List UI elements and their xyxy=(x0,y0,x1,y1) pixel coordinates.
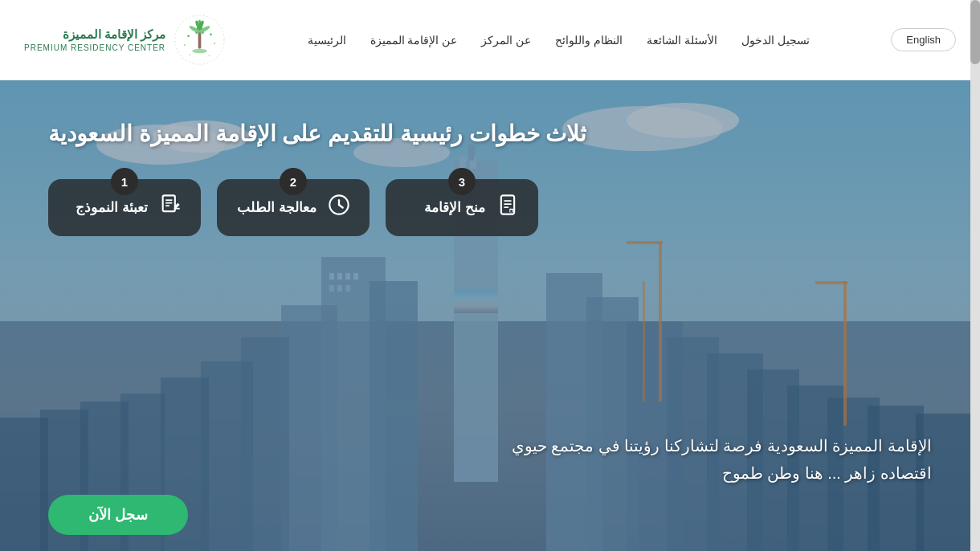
logo-english-name: PREMIUM RESIDENCY CENTER xyxy=(24,43,165,53)
svg-rect-61 xyxy=(504,203,511,205)
hero-subtitle: الإقامة المميزة السعودية فرصة لتشاركنا ر… xyxy=(512,432,932,487)
svg-point-12 xyxy=(189,54,190,55)
navbar-right: مركز الإقامة المميزة PREMIUM RESIDENCY C… xyxy=(24,14,226,66)
svg-rect-60 xyxy=(504,200,511,202)
process-request-icon xyxy=(328,194,350,222)
hero-section: ثلاث خطوات رئيسية للتقديم على الإقامة ال… xyxy=(0,80,980,551)
language-button[interactable]: English xyxy=(891,28,956,51)
navbar: English تسجيل الدخول الأسئلة الشائعة الن… xyxy=(0,0,980,80)
navbar-left: English xyxy=(891,28,956,51)
logo-arabic-name: مركز الإقامة المميزة xyxy=(24,27,165,43)
nav-item-faq[interactable]: الأسئلة الشائعة xyxy=(647,34,717,47)
nav-item-about-center[interactable]: عن المركز xyxy=(481,34,531,47)
residency-grant-icon xyxy=(496,194,519,222)
svg-point-11 xyxy=(214,43,215,44)
svg-point-8 xyxy=(187,35,190,37)
step-number-1: 1 xyxy=(111,168,138,195)
hero-title: ثلاث خطوات رئيسية للتقديم على الإقامة ال… xyxy=(48,120,586,147)
step-1-label: تعبئة النموذج xyxy=(76,199,148,216)
nav-item-login[interactable]: تسجيل الدخول xyxy=(741,34,810,47)
nav-item-home[interactable]: الرئيسية xyxy=(308,34,346,47)
svg-point-10 xyxy=(184,44,186,46)
step-3-label: منح الإقامة xyxy=(424,199,485,216)
step-2-label: معالجة الطلب xyxy=(237,199,316,216)
svg-rect-62 xyxy=(504,206,508,208)
step-number-3: 3 xyxy=(448,168,476,195)
step-card-1: 1 تعبئة النموذج xyxy=(48,179,201,236)
steps-row: 3 منح الإقامة 2 xyxy=(48,179,538,236)
svg-line-68 xyxy=(339,205,343,208)
svg-point-13 xyxy=(209,55,210,56)
step-number-2: 2 xyxy=(280,168,307,195)
step-card-2: 2 معالجة الطلب xyxy=(217,179,370,236)
register-button[interactable]: سجل الآن xyxy=(48,495,188,535)
svg-rect-6 xyxy=(198,32,202,48)
register-button-wrapper: سجل الآن xyxy=(48,495,188,535)
scrollbar[interactable] xyxy=(970,0,980,551)
hero-subtitle-line1: الإقامة المميزة السعودية فرصة لتشاركنا ر… xyxy=(512,432,932,459)
nav-links: تسجيل الدخول الأسئلة الشائعة النظام والل… xyxy=(308,33,810,47)
svg-point-9 xyxy=(210,34,212,36)
nav-item-regulations[interactable]: النظام واللوائح xyxy=(555,34,623,47)
step-card-3: 3 منح الإقامة xyxy=(386,179,538,236)
nav-item-about-residency[interactable]: عن الإقامة المميزة xyxy=(370,34,458,47)
svg-point-7 xyxy=(192,49,207,54)
hero-subtitle-line2: اقتصاده زاهر ... هنا وطن طموح xyxy=(512,459,932,487)
fill-form-icon xyxy=(159,194,182,222)
logo-text: مركز الإقامة المميزة PREMIUM RESIDENCY C… xyxy=(24,27,165,53)
logo-icon xyxy=(174,14,226,66)
hero-content: ثلاث خطوات رئيسية للتقديم على الإقامة ال… xyxy=(0,80,980,284)
logo[interactable]: مركز الإقامة المميزة PREMIUM RESIDENCY C… xyxy=(24,14,226,66)
scrollbar-thumb[interactable] xyxy=(970,0,980,64)
